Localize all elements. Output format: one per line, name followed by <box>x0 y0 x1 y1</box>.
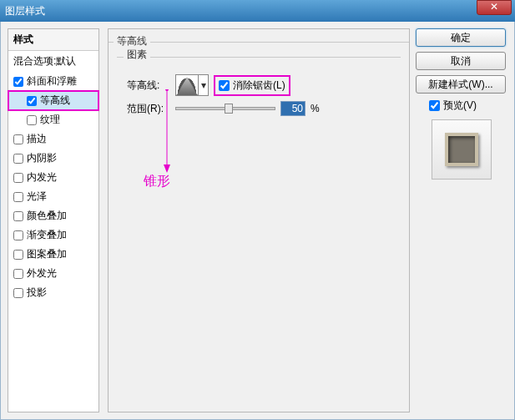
style-label: 外发光 <box>27 266 57 281</box>
style-label: 纹理 <box>40 113 60 127</box>
style-row-8[interactable]: 渐变叠加 <box>8 225 98 245</box>
style-checkbox[interactable] <box>13 269 23 279</box>
preview-label: 预览(V) <box>443 99 477 113</box>
style-checkbox[interactable] <box>13 230 23 240</box>
style-label: 渐变叠加 <box>27 228 67 242</box>
range-input[interactable] <box>280 101 305 116</box>
styles-panel: 样式 混合选项:默认 斜面和浮雕等高线纹理描边内阴影内发光光泽颜色叠加渐变叠加图… <box>8 28 99 412</box>
style-row-1[interactable]: 等高线 <box>8 91 98 110</box>
style-label: 投影 <box>27 286 47 300</box>
title-bar: 图层样式 ✕ <box>0 0 515 22</box>
group-box: 图素 等高线: ▾ 消除锯齿(L) 范围(R): <box>109 42 409 409</box>
cancel-button[interactable]: 取消 <box>416 52 506 70</box>
style-row-6[interactable]: 光泽 <box>8 187 98 206</box>
range-unit: % <box>311 103 320 114</box>
antialias-label: 消除锯齿(L) <box>233 78 285 93</box>
style-checkbox[interactable] <box>13 173 23 183</box>
style-label: 等高线 <box>40 94 70 108</box>
style-checkbox[interactable] <box>13 134 23 144</box>
preview-thumbnail <box>432 119 492 180</box>
style-label: 内发光 <box>27 170 57 185</box>
group-title: 等高线 <box>114 34 150 48</box>
svg-point-2 <box>165 89 169 91</box>
ok-button[interactable]: 确定 <box>416 28 506 47</box>
annotation-text: 锥形 <box>144 173 170 190</box>
style-label: 内阴影 <box>27 151 57 165</box>
style-checkbox[interactable] <box>27 115 37 125</box>
range-slider[interactable] <box>175 107 275 110</box>
svg-marker-1 <box>164 164 170 173</box>
antialias-checkbox[interactable] <box>219 80 230 91</box>
settings-panel: 等高线 图素 等高线: ▾ 消除锯齿(L) 范围(R): <box>108 28 410 412</box>
style-checkbox[interactable] <box>13 77 23 87</box>
inner-group-title: 图素 <box>124 48 150 62</box>
close-button[interactable]: ✕ <box>477 0 512 15</box>
contour-picker[interactable]: ▾ <box>175 74 209 96</box>
slider-thumb[interactable] <box>225 104 233 114</box>
style-label: 光泽 <box>27 190 47 204</box>
style-row-3[interactable]: 描边 <box>8 129 98 149</box>
style-row-11[interactable]: 投影 <box>8 283 98 302</box>
style-row-0[interactable]: 斜面和浮雕 <box>8 72 98 91</box>
annotation-arrow <box>159 89 175 173</box>
style-row-10[interactable]: 外发光 <box>8 264 98 283</box>
buttons-panel: 确定 取消 新建样式(W)... 预览(V) <box>416 28 507 180</box>
style-label: 描边 <box>27 132 47 146</box>
style-row-5[interactable]: 内发光 <box>8 168 98 187</box>
style-checkbox[interactable] <box>27 96 37 106</box>
style-checkbox[interactable] <box>13 154 23 164</box>
style-label: 颜色叠加 <box>27 209 67 223</box>
style-row-2[interactable]: 纹理 <box>8 110 98 129</box>
style-row-7[interactable]: 颜色叠加 <box>8 206 98 225</box>
window-title: 图层样式 <box>5 4 510 18</box>
style-row-4[interactable]: 内阴影 <box>8 149 98 168</box>
style-row-9[interactable]: 图案叠加 <box>8 245 98 264</box>
style-label: 斜面和浮雕 <box>27 74 77 89</box>
style-checkbox[interactable] <box>13 250 23 260</box>
blend-options-row[interactable]: 混合选项:默认 <box>8 51 98 72</box>
chevron-down-icon[interactable]: ▾ <box>199 75 208 95</box>
dialog-body: 样式 混合选项:默认 斜面和浮雕等高线纹理描边内阴影内发光光泽颜色叠加渐变叠加图… <box>0 22 515 420</box>
new-style-button[interactable]: 新建样式(W)... <box>416 75 506 94</box>
style-checkbox[interactable] <box>13 192 23 202</box>
preview-checkbox[interactable] <box>429 100 440 111</box>
style-checkbox[interactable] <box>13 211 23 221</box>
styles-header: 样式 <box>8 29 98 51</box>
style-label: 图案叠加 <box>27 247 67 261</box>
antialias-highlight: 消除锯齿(L) <box>214 75 290 96</box>
preview-swatch <box>445 133 478 166</box>
style-checkbox[interactable] <box>13 288 23 298</box>
